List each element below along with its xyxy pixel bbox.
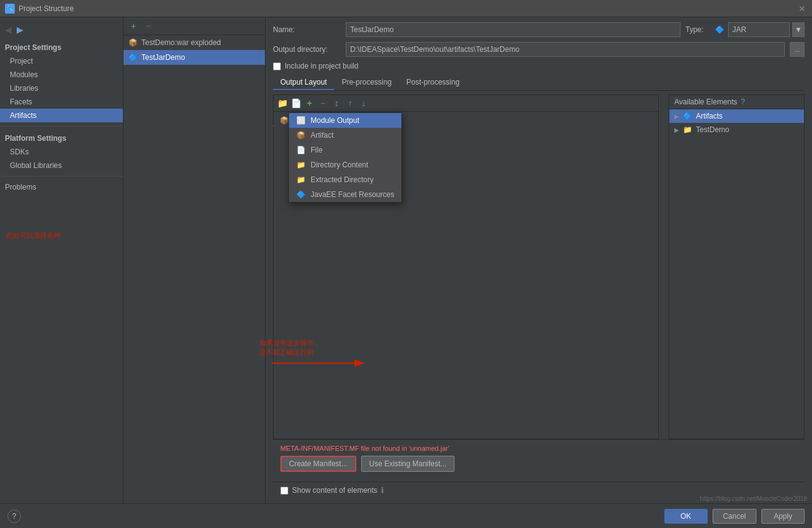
available-panel: Available Elements ? ▶ 🔷 Artifacts ▶ 📁 T… <box>669 94 805 439</box>
dropdown-item-javaee-facet[interactable]: 🔷 JavaEE Facet Resources <box>289 187 401 202</box>
tree-up-btn[interactable]: ↑ <box>344 97 356 109</box>
output-dir-input[interactable] <box>346 42 785 57</box>
annotation-text-1: 此处可以选择各种 <box>6 231 61 240</box>
app-icon: 🔧 <box>5 4 15 14</box>
name-label: Name: <box>273 25 341 34</box>
artifact-detail-panel: Name: Type: 🔷 ▼ Output directory: ... <box>266 17 812 503</box>
artifact-add-button[interactable]: + <box>127 20 140 32</box>
artifact-label-war: TestDemo:war exploded <box>141 38 221 47</box>
titlebar-left: 🔧 Project Structure <box>5 4 73 14</box>
file-dropdown-icon: 📄 <box>296 146 306 154</box>
dropdown-item-extracted-directory[interactable]: 📁 Extracted Directory <box>289 172 401 187</box>
manifest-buttons: Create Manifest... Use Existing Manifest… <box>280 456 797 472</box>
sidebar-item-facets[interactable]: Facets <box>0 95 123 109</box>
nav-back-button[interactable]: ◀ <box>5 25 12 35</box>
file-dropdown-label: File <box>311 146 322 154</box>
tree-sort-btn[interactable]: ↕ <box>330 97 343 109</box>
testdemo-tree-label: TestDemo <box>696 125 729 134</box>
name-input[interactable] <box>346 22 680 37</box>
dropdown-item-artifact[interactable]: 📦 Artifact <box>289 128 401 143</box>
available-elements-label: Available Elements <box>674 98 737 106</box>
module-output-label: Module Output <box>311 116 359 125</box>
sidebar-item-project[interactable]: Project <box>0 54 123 68</box>
sidebar-item-artifacts[interactable]: Artifacts <box>0 109 123 122</box>
ok-button[interactable]: OK <box>664 509 708 524</box>
detail-columns: 📁 📄 + − ↕ ↑ ↓ 📦 TestJarDemo.jar <box>273 94 805 439</box>
sidebar-nav: ◀ ▶ <box>0 22 123 40</box>
sidebar-item-sdks[interactable]: SDKs <box>0 145 123 159</box>
jar-icon: 🔷 <box>715 25 724 34</box>
global-libraries-label: Global Libraries <box>10 161 62 170</box>
artifact-item-testjardemo[interactable]: 🔷 TestJarDemo <box>123 50 265 65</box>
artifact-list-toolbar: + − <box>123 17 265 35</box>
dropdown-item-file[interactable]: 📄 File <box>289 143 401 157</box>
tree-add-btn[interactable]: + <box>303 97 316 109</box>
close-button[interactable]: ✕ <box>797 4 807 14</box>
dir-content-label: Directory Content <box>311 161 368 169</box>
show-content-checkbox[interactable] <box>280 487 288 495</box>
available-help-icon[interactable]: ? <box>741 98 745 106</box>
sidebar-item-libraries[interactable]: Libraries <box>0 82 123 95</box>
tree-toolbar: 📁 📄 + − ↕ ↑ ↓ <box>274 95 658 112</box>
tree-jar-icon: 📦 <box>280 116 289 125</box>
show-content-label: Show content of elements <box>292 486 377 495</box>
sidebar-item-modules[interactable]: Modules <box>0 68 123 82</box>
tree-file-btn[interactable]: 📄 <box>290 97 302 109</box>
extracted-dir-icon: 📁 <box>296 175 306 184</box>
browse-button[interactable]: ... <box>790 42 805 57</box>
facets-label: Facets <box>10 98 32 106</box>
output-dir-label: Output directory: <box>273 45 341 54</box>
dir-content-icon: 📁 <box>296 161 306 169</box>
tree-down-btn[interactable]: ↓ <box>358 97 370 109</box>
artifact-item-testdemo-war[interactable]: 📦 TestDemo:war exploded <box>123 35 265 50</box>
sidebar-item-problems[interactable]: Problems <box>0 180 123 194</box>
include-build-label: Include in project build <box>285 62 358 70</box>
tab-post-processing[interactable]: Post-processing <box>399 75 467 90</box>
artifacts-tree-label: Artifacts <box>696 112 722 120</box>
tree-folder-btn[interactable]: 📁 <box>276 97 288 109</box>
testdemo-arrow: ▶ <box>674 127 679 133</box>
type-dropdown-button[interactable]: ▼ <box>792 22 805 37</box>
artifact-label-jar: TestJarDemo <box>141 53 185 62</box>
platform-settings-label: Platform Settings <box>0 130 123 145</box>
tree-panel: 📁 📄 + − ↕ ↑ ↓ 📦 TestJarDemo.jar <box>273 94 659 439</box>
extracted-dir-label: Extracted Directory <box>311 175 374 184</box>
artifact-icon-jar: 🔷 <box>128 53 138 62</box>
modules-label: Modules <box>10 70 38 79</box>
include-build-row: Include in project build <box>273 62 805 70</box>
sidebar: ◀ ▶ Project Settings Project Modules Lib… <box>0 17 123 503</box>
use-existing-manifest-button[interactable]: Use Existing Manifest... <box>361 456 454 472</box>
javaee-label: JavaEE Facet Resources <box>311 190 394 199</box>
tree-remove-btn[interactable]: − <box>317 97 329 109</box>
dropdown-menu: ⬜ Module Output 📦 Artifact 📄 File <box>288 112 402 203</box>
artifact-remove-button[interactable]: − <box>142 20 154 32</box>
cancel-button[interactable]: Cancel <box>713 509 756 524</box>
type-input[interactable] <box>728 22 790 37</box>
artifacts-arrow: ▶ <box>674 113 679 120</box>
available-item-artifacts[interactable]: ▶ 🔷 Artifacts <box>669 109 804 123</box>
bottom-right: OK Cancel Apply <box>664 509 805 524</box>
create-manifest-button[interactable]: Create Manifest... <box>280 456 356 472</box>
artifact-list-items: 📦 TestDemo:war exploded 🔷 TestJarDemo <box>123 35 265 503</box>
module-output-icon: ⬜ <box>296 116 306 125</box>
artifact-dropdown-label: Artifact <box>311 131 333 140</box>
tabs-bar: Output Layout Pre-processing Post-proces… <box>273 75 805 91</box>
tab-pre-processing[interactable]: Pre-processing <box>334 75 399 90</box>
nav-forward-button[interactable]: ▶ <box>17 25 23 35</box>
dropdown-item-directory-content[interactable]: 📁 Directory Content <box>289 157 401 172</box>
dropdown-item-module-output[interactable]: ⬜ Module Output <box>289 113 401 128</box>
help-button[interactable]: ? <box>7 509 21 523</box>
status-message: META-INF/MANIFEST.MF file not found in '… <box>280 445 797 452</box>
sidebar-divider-2 <box>0 176 123 177</box>
bottom-left: ? <box>7 509 21 523</box>
tab-output-layout[interactable]: Output Layout <box>273 75 334 90</box>
type-label: Type: <box>685 25 710 34</box>
javaee-icon: 🔷 <box>296 190 306 199</box>
artifacts-folder-icon: 🔷 <box>683 112 692 120</box>
sidebar-item-global-libraries[interactable]: Global Libraries <box>0 159 123 172</box>
sidebar-divider <box>0 126 123 127</box>
available-header: Available Elements ? <box>669 95 804 109</box>
apply-button[interactable]: Apply <box>761 509 805 524</box>
include-build-checkbox[interactable] <box>273 62 281 70</box>
available-item-testdemo[interactable]: ▶ 📁 TestDemo <box>669 123 804 136</box>
